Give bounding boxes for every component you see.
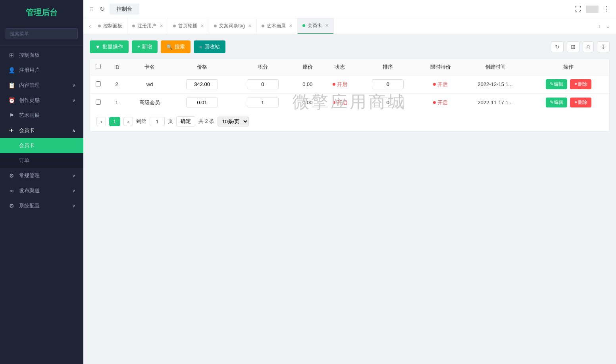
tab-close-icon[interactable]: ✕ <box>289 23 293 29</box>
search-input[interactable] <box>6 28 78 39</box>
select-all-checkbox[interactable] <box>96 64 101 69</box>
sidebar-item-publish[interactable]: ∞ 发布渠道 ∨ <box>0 183 83 198</box>
search-button[interactable]: 🔍 搜索 <box>161 40 191 53</box>
app-logo: 管理后台 <box>0 0 83 25</box>
sidebar-item-content[interactable]: 📋 内容管理 ∨ <box>0 78 83 93</box>
header-created-time: 创建时间 <box>462 59 528 75</box>
export-button[interactable]: ↧ <box>597 41 610 52</box>
layout-button[interactable]: ⊞ <box>567 41 579 52</box>
row-points <box>233 75 293 94</box>
add-button[interactable]: + 新增 <box>132 40 158 53</box>
row-checkbox-cell <box>90 75 106 94</box>
recycle-button[interactable]: ≡ 回收站 <box>194 40 225 53</box>
status-badge: 开启 <box>333 81 347 88</box>
toolbar-right: ↻ ⊞ ⎙ ↧ <box>551 41 610 52</box>
points-input[interactable] <box>247 79 279 89</box>
sidebar-item-label: 控制面板 <box>19 52 40 59</box>
sidebar-item-general[interactable]: ⚙ 常规管理 ∨ <box>0 168 83 183</box>
table-header-row: ID 卡名 价格 积分 原价 状态 排序 限时特价 创建时间 操作 <box>90 59 609 75</box>
sidebar-item-inspiration[interactable]: ⏰ 创作灵感 ∨ <box>0 93 83 108</box>
page-size-select[interactable]: 10条/页 20条/页 50条/页 <box>218 117 249 126</box>
page-1-button[interactable]: 1 <box>109 117 120 126</box>
row-checkbox[interactable] <box>96 100 101 105</box>
header-original-price: 原价 <box>293 59 322 75</box>
goto-confirm-button[interactable]: 确定 <box>176 116 195 126</box>
special-dot-icon <box>433 101 436 104</box>
refresh-icon[interactable]: ↻ <box>98 4 106 14</box>
row-sort <box>358 94 418 112</box>
table-row: 2 wd 0.00 <box>90 75 609 94</box>
inspiration-icon: ⏰ <box>8 97 15 103</box>
batch-operation-button[interactable]: ▼ 批量操作 <box>90 40 129 53</box>
sidebar-item-users[interactable]: 👤 注册用户 <box>0 63 83 78</box>
row-points <box>233 94 293 112</box>
sidebar-item-system[interactable]: ⚙ 系统配置 ∨ <box>0 198 83 213</box>
next-page-button[interactable]: › <box>123 117 133 126</box>
sidebar-item-orders[interactable]: 订单 <box>0 153 83 168</box>
row-price <box>172 94 233 112</box>
tab-close-icon[interactable]: ✕ <box>248 23 252 29</box>
tab-close-icon[interactable]: ✕ <box>160 23 163 29</box>
tab-label: 会员卡 <box>308 22 322 29</box>
more-icon[interactable]: ⋮ <box>602 4 611 14</box>
price-input[interactable] <box>186 79 218 89</box>
row-status: 开启 <box>322 75 358 94</box>
recycle-icon: ≡ <box>199 44 202 50</box>
tab-dropdown-icon[interactable]: ⌄ <box>603 22 613 30</box>
add-label: + 新增 <box>137 43 152 50</box>
membership-icon: ✈ <box>8 127 15 134</box>
tabbar: ‹ 控制面板 注册用户 ✕ 首页轮播 ✕ 文案词条tag ✕ 艺术画展 ✕ 会员… <box>83 18 616 34</box>
row-status: 开启 <box>322 94 358 112</box>
tab-art-exhibition[interactable]: 艺术画展 ✕ <box>257 18 298 34</box>
edit-button[interactable]: ✎编辑 <box>546 98 567 107</box>
row-original-price: 0.00 <box>293 75 322 94</box>
tab-copywriting[interactable]: 文案词条tag ✕ <box>209 18 257 34</box>
tab-dot <box>262 25 264 27</box>
special-dot-icon <box>433 83 436 86</box>
main-area: ≡ ↻ 控制台 ⛶ ⋮ ‹ 控制面板 注册用户 ✕ 首页轮播 ✕ 文案词条tag… <box>83 0 616 364</box>
sidebar-item-dashboard[interactable]: ⊞ 控制面板 <box>0 48 83 63</box>
tab-close-icon[interactable]: ✕ <box>325 23 329 28</box>
sidebar-item-membership[interactable]: ✈ 会员卡 ∧ <box>0 123 83 138</box>
tab-control-panel[interactable]: 控制面板 <box>93 18 127 34</box>
row-created-time: 2022-11-17 1... <box>462 94 528 112</box>
sort-input[interactable] <box>372 79 404 89</box>
sidebar-item-art[interactable]: ⚑ 艺术画展 <box>0 108 83 123</box>
delete-button[interactable]: ✦删除 <box>570 98 591 107</box>
content-icon: 📋 <box>8 82 15 88</box>
row-name: wd <box>127 75 172 94</box>
tab-registered-users[interactable]: 注册用户 ✕ <box>127 18 168 34</box>
row-id: 2 <box>106 75 127 94</box>
edit-button[interactable]: ✎编辑 <box>546 79 567 89</box>
price-input[interactable] <box>186 98 218 107</box>
page-goto-input[interactable] <box>150 117 165 126</box>
publish-icon: ∞ <box>8 188 15 194</box>
header-checkbox-cell <box>90 59 106 75</box>
chevron-down-icon: ∨ <box>72 203 75 209</box>
chevron-up-icon: ∧ <box>72 128 75 133</box>
points-input[interactable] <box>247 98 279 107</box>
tab-prev-icon[interactable]: ‹ <box>87 23 93 30</box>
row-price <box>172 75 233 94</box>
delete-button[interactable]: ✦删除 <box>570 79 591 89</box>
row-checkbox[interactable] <box>96 81 101 86</box>
page-unit-label: 页 <box>168 118 173 125</box>
data-table-card: ID 卡名 价格 积分 原价 状态 排序 限时特价 创建时间 操作 <box>90 59 610 132</box>
print-button[interactable]: ⎙ <box>583 41 594 52</box>
tab-carousel[interactable]: 首页轮播 ✕ <box>168 18 209 34</box>
tab-label: 艺术画展 <box>267 23 286 29</box>
search-icon: 🔍 <box>166 44 173 50</box>
batch-label: 批量操作 <box>102 43 123 50</box>
header-name: 卡名 <box>127 59 172 75</box>
sort-input[interactable] <box>372 98 404 107</box>
prev-page-button[interactable]: ‹ <box>96 117 106 126</box>
refresh-table-button[interactable]: ↻ <box>551 41 564 52</box>
fullscreen-icon[interactable]: ⛶ <box>573 4 583 14</box>
pagination: ‹ 1 › 到第 页 确定 共 2 条 10条/页 20条/页 50条/页 <box>90 111 609 131</box>
tab-membership-card[interactable]: 会员卡 ✕ <box>298 18 334 34</box>
tab-next-icon[interactable]: › <box>596 23 603 30</box>
sidebar-sub-label: 会员卡 <box>19 142 35 149</box>
tab-close-icon[interactable]: ✕ <box>200 23 204 29</box>
collapse-icon[interactable]: ≡ <box>88 4 95 14</box>
sidebar-item-membership-card[interactable]: 会员卡 <box>0 138 83 153</box>
